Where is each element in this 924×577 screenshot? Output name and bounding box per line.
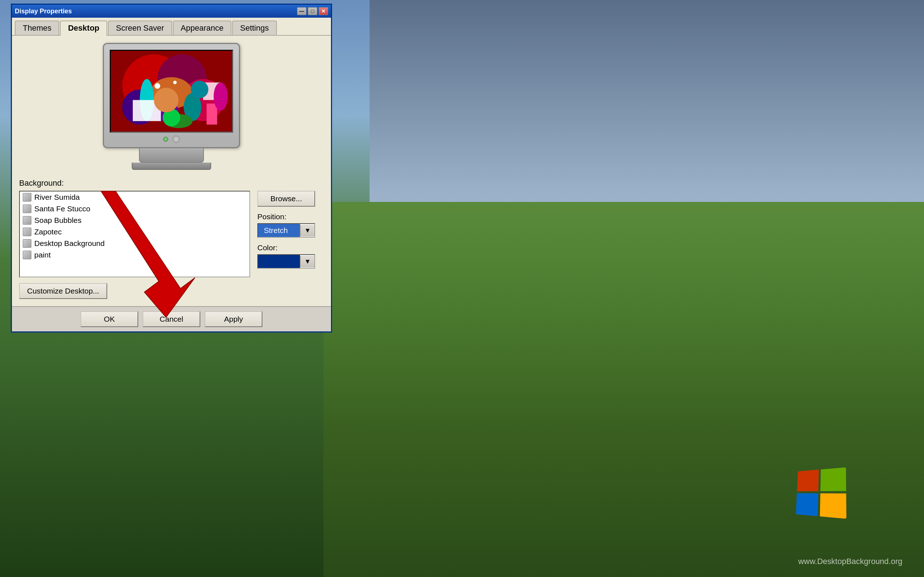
- color-swatch: [258, 255, 300, 268]
- title-bar-buttons: — □ ✕: [297, 7, 328, 15]
- svg-point-18: [173, 81, 177, 84]
- title-bar: Display Properties — □ ✕: [12, 5, 331, 18]
- monitor-screen: [110, 50, 233, 133]
- position-control-group: Position: Stretch ▼: [257, 213, 315, 238]
- background-listbox[interactable]: River Sumida Santa Fe Stucco Soap Bubble…: [19, 191, 250, 277]
- bottom-buttons: OK Cancel Apply: [12, 306, 331, 331]
- monitor-bezel: [110, 133, 233, 144]
- item-icon: [23, 227, 31, 236]
- maximize-button[interactable]: □: [308, 7, 317, 15]
- svg-point-14: [191, 81, 208, 98]
- right-controls: Browse... Position: Stretch ▼ Color: ▼: [257, 191, 315, 277]
- monitor-stand: [139, 148, 204, 163]
- tabs-bar: Themes Desktop Screen Saver Appearance S…: [12, 18, 331, 36]
- color-picker[interactable]: ▼: [257, 254, 315, 269]
- list-item[interactable]: Soap Bubbles: [20, 214, 249, 226]
- monitor-power-button: [173, 135, 180, 143]
- tab-appearance[interactable]: Appearance: [173, 21, 232, 35]
- screen-art-svg: [111, 51, 232, 132]
- minimize-button[interactable]: —: [297, 7, 307, 15]
- monitor-base: [132, 163, 211, 170]
- item-icon: [23, 239, 31, 248]
- apply-button[interactable]: Apply: [205, 311, 262, 327]
- flag-blue: [796, 493, 818, 516]
- item-icon: [23, 216, 31, 225]
- list-item[interactable]: Desktop Background: [20, 238, 249, 249]
- cancel-button[interactable]: Cancel: [142, 311, 200, 327]
- list-item[interactable]: paint: [20, 249, 249, 261]
- item-icon: [23, 251, 31, 259]
- ok-button[interactable]: OK: [81, 311, 138, 327]
- color-label: Color:: [257, 243, 315, 252]
- customize-desktop-button[interactable]: Customize Desktop...: [19, 283, 107, 299]
- flag-green: [821, 467, 846, 491]
- monitor-preview: [19, 43, 324, 170]
- position-value: Stretch: [258, 224, 300, 237]
- listbox-container: River Sumida Santa Fe Stucco Soap Bubble…: [19, 191, 324, 277]
- window-title: Display Properties: [15, 8, 72, 15]
- color-dropdown-arrow[interactable]: ▼: [300, 256, 314, 268]
- color-control-group: Color: ▼: [257, 243, 315, 269]
- browse-button[interactable]: Browse...: [257, 191, 315, 206]
- tab-themes[interactable]: Themes: [15, 21, 59, 35]
- monitor-outer: [103, 43, 240, 148]
- tab-screensaver[interactable]: Screen Saver: [108, 21, 172, 35]
- item-icon: [23, 193, 31, 201]
- svg-point-16: [154, 88, 178, 112]
- tab-settings[interactable]: Settings: [232, 21, 277, 35]
- list-item[interactable]: Santa Fe Stucco: [20, 203, 249, 214]
- svg-point-15: [214, 82, 228, 111]
- tab-desktop[interactable]: Desktop: [60, 21, 107, 36]
- position-dropdown-arrow[interactable]: ▼: [300, 225, 314, 237]
- close-button[interactable]: ✕: [319, 7, 328, 15]
- position-label: Position:: [257, 213, 315, 221]
- list-item[interactable]: Zapotec: [20, 226, 249, 238]
- svg-point-17: [155, 83, 160, 89]
- flag-yellow: [820, 493, 846, 519]
- watermark-text: www.DesktopBackground.org: [798, 557, 902, 566]
- monitor-led: [163, 137, 168, 142]
- dialog-content: Background: River Sumida Santa Fe Stucco…: [12, 36, 331, 306]
- position-select[interactable]: Stretch ▼: [257, 223, 315, 238]
- background-label: Background:: [19, 179, 324, 188]
- svg-rect-11: [207, 103, 217, 124]
- flag-red: [797, 469, 819, 491]
- windows-logo: [780, 469, 859, 534]
- display-properties-dialog: Display Properties — □ ✕ Themes Desktop …: [11, 3, 332, 332]
- windows-flag-icon: [796, 467, 846, 519]
- list-item[interactable]: River Sumida: [20, 192, 249, 203]
- item-icon: [23, 205, 31, 213]
